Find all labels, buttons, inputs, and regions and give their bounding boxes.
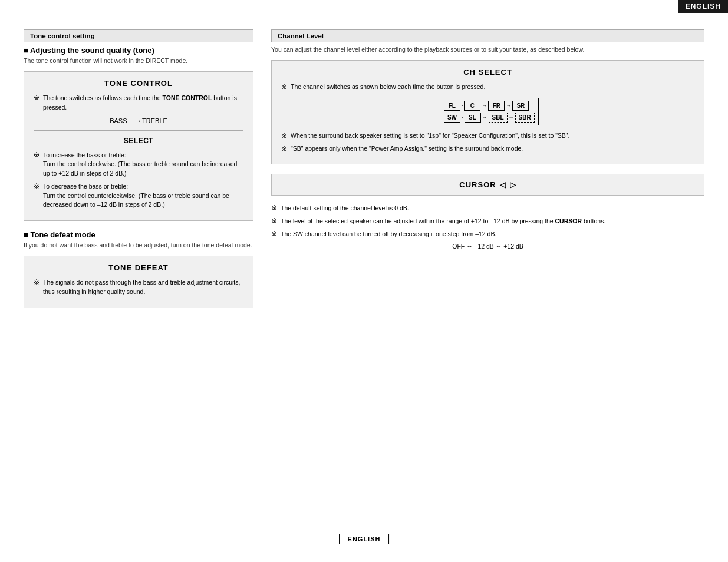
bass-arrow: ──→ [129, 117, 140, 124]
channel-diagram: · FL · C → FR → SR · SW · [281, 98, 694, 125]
select-bullet-1-text: To increase the bass or treble:Turn the … [43, 151, 243, 178]
bullet-star-8: ※ [271, 204, 277, 213]
right-column: Channel Level You can adjust the channel… [271, 29, 704, 316]
bass-treble-diagram: BASS ──→ TREBLE [34, 117, 243, 124]
ch-row-bottom: · SW · SL → SBL → SBR [441, 113, 534, 123]
ch-c: C [464, 101, 480, 111]
ch-sr: SR [512, 101, 529, 111]
bullet-star-5: ※ [281, 82, 287, 92]
bullet-star-4: ※ [34, 278, 39, 287]
tone-control-box-title: TONE CONTROL [34, 79, 243, 88]
bullet-star-1: ※ [34, 94, 39, 103]
cursor-bullet-3: ※ The SW channel level can be turned off… [271, 230, 704, 239]
tone-control-heading: Adjusting the sound quality (tone) [24, 46, 253, 55]
bass-label: BASS [110, 117, 127, 124]
tone-defeat-heading: Tone defeat mode [24, 230, 253, 239]
ch-select-bullet: ※ The channel switches as shown below ea… [281, 82, 694, 92]
ch-arrow-sbl: → [482, 114, 487, 120]
ch-arrow-sw: · [441, 114, 443, 120]
bottom-english-label: ENGLISH [339, 534, 390, 544]
tone-control-box: TONE CONTROL ※ The tone switches as foll… [24, 71, 253, 221]
ch-sbl: SBL [489, 113, 508, 123]
cursor-title: CURSOR ◁ ▷ [281, 180, 694, 189]
bullet-star-9: ※ [271, 217, 277, 226]
ch-bullet-2-text: "SB" appears only when the "Power Amp As… [291, 144, 694, 154]
ch-arrow-sbr: → [509, 114, 514, 120]
ch-arrow-sl: · [462, 114, 463, 120]
main-content: Tone control setting Adjusting the sound… [0, 0, 728, 352]
ch-arrow-fr: → [482, 103, 487, 108]
select-bullet-2: ※ To decrease the bass or treble:Turn th… [34, 182, 243, 210]
tone-divider [34, 130, 243, 131]
channel-group: · FL · C → FR → SR · SW · [437, 98, 538, 125]
ch-fl: FL [444, 101, 460, 111]
ch-arrow-c: · [462, 103, 463, 108]
ch-fr: FR [488, 101, 505, 111]
ch-select-title: CH SELECT [281, 68, 694, 77]
ch-arrow-fl: · [441, 103, 443, 108]
left-column: Tone control setting Adjusting the sound… [24, 29, 253, 316]
ch-bullet-1: ※ When the surround back speaker setting… [281, 131, 694, 141]
cursor-label: CURSOR [459, 180, 496, 189]
channel-level-section-header: Channel Level [271, 29, 704, 42]
cursor-right-arrow: ▷ [510, 180, 516, 189]
bullet-star-2: ※ [34, 151, 39, 160]
cursor-section: CURSOR ◁ ▷ [271, 174, 704, 196]
tone-control-subtext: The tone control function will not work … [24, 57, 253, 64]
select-bullet-1: ※ To increase the bass or treble:Turn th… [34, 151, 243, 178]
ch-select-box: CH SELECT ※ The channel switches as show… [271, 60, 704, 164]
select-subtitle: SELECT [34, 137, 243, 145]
ch-sw: SW [444, 113, 460, 123]
ch-bullet-1-text: When the surround back speaker setting i… [291, 131, 694, 141]
tone-defeat-bullet-text: The signals do not pass through the bass… [43, 278, 243, 297]
tone-defeat-bullet: ※ The signals do not pass through the ba… [34, 278, 243, 297]
ch-select-bullet-text: The channel switches as shown below each… [291, 82, 694, 92]
treble-label: TREBLE [142, 117, 167, 124]
tone-defeat-box: TONE DEFEAT ※ The signals do not pass th… [24, 256, 253, 308]
off-line: OFF ↔ –12 dB ↔ +12 dB [271, 243, 704, 250]
ch-bullet-2: ※ "SB" appears only when the "Power Amp … [281, 144, 694, 154]
cursor-bullet-2-text: The level of the selected speaker can be… [281, 217, 704, 226]
cursor-bullet-3-text: The SW channel level can be turned off b… [281, 230, 704, 239]
cursor-left-arrow: ◁ [500, 180, 506, 189]
ch-arrow-sr: → [506, 103, 511, 108]
bullet-star-3: ※ [34, 182, 39, 191]
ch-top-row: · FL · C → FR → SR · SW · [441, 101, 534, 123]
tone-control-bullet-text: The tone switches as follows each time t… [43, 94, 243, 113]
bullet-star-6: ※ [281, 131, 287, 141]
top-english-banner: ENGLISH [678, 0, 728, 13]
cursor-bullet-1-text: The default setting of the channel level… [281, 204, 704, 213]
cursor-bullet-1: ※ The default setting of the channel lev… [271, 204, 704, 213]
ch-sbr: SBR [515, 113, 535, 123]
cursor-bullet-2: ※ The level of the selected speaker can … [271, 217, 704, 226]
tone-defeat-box-title: TONE DEFEAT [34, 263, 243, 272]
tone-control-section-header: Tone control setting [24, 29, 253, 42]
channel-level-intro: You can adjust the channel level either … [271, 46, 704, 53]
tone-defeat-subtext: If you do not want the bass and treble t… [24, 242, 253, 249]
bullet-star-7: ※ [281, 144, 287, 154]
ch-row-top: · FL · C → FR → SR [441, 101, 534, 111]
tone-control-bullet: ※ The tone switches as follows each time… [34, 94, 243, 113]
ch-sl: SL [465, 113, 481, 123]
select-bullet-2-text: To decrease the bass or treble:Turn the … [43, 182, 243, 210]
bullet-star-10: ※ [271, 230, 277, 239]
